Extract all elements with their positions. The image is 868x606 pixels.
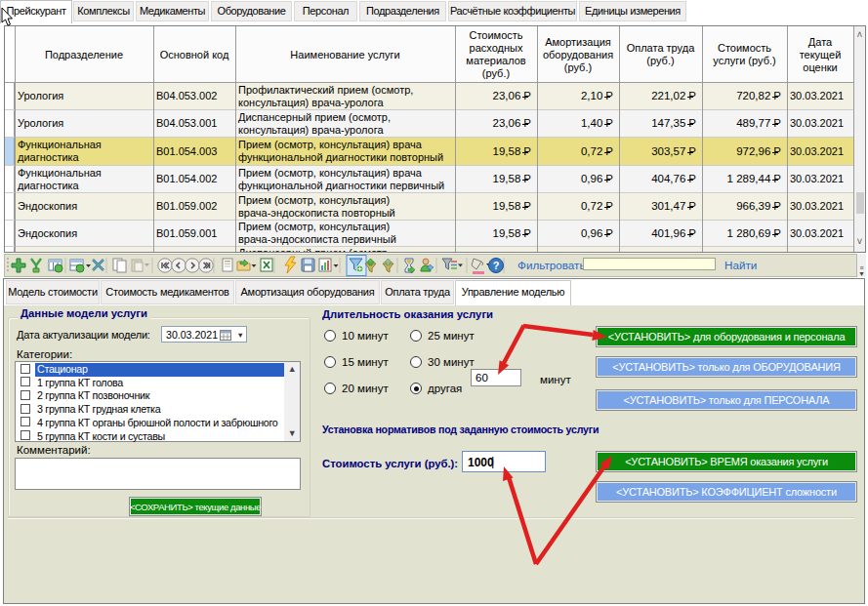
svg-text:?: ? [493, 260, 500, 271]
